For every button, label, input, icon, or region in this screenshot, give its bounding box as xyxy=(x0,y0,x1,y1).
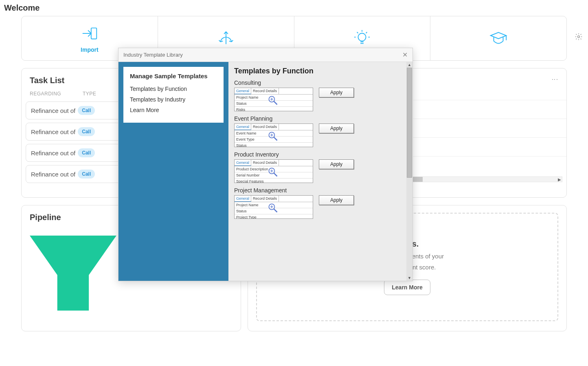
leads-learn-more-button[interactable]: Learn More xyxy=(384,280,430,295)
task-regarding: Refinance out of xyxy=(31,150,75,157)
industry-template-library-modal: Industry Template Library ✕ Manage Sampl… xyxy=(118,48,413,281)
modal-side-title: Manage Sample Templates xyxy=(130,73,217,79)
task-regarding: Refinance out of xyxy=(31,171,75,178)
task-type-chip: Call xyxy=(78,170,95,179)
thumb-tab: General xyxy=(235,160,251,166)
vscroll-down-arrow-icon[interactable]: ▼ xyxy=(406,275,412,281)
modal-titlebar: Industry Template Library ✕ xyxy=(118,48,412,62)
template-category-title: Project Management xyxy=(234,187,405,194)
template-category-title: Product Inventory xyxy=(234,151,405,158)
magnify-icon xyxy=(267,202,279,214)
thumb-field: Project Type xyxy=(235,214,313,219)
hscroll-arrow-right-icon[interactable]: ▶ xyxy=(558,177,561,182)
branch-icon xyxy=(217,29,235,49)
template-category-title: Consulting xyxy=(234,79,405,86)
template-apply-button[interactable]: Apply xyxy=(319,159,354,169)
template-thumbnail[interactable]: GeneralRecord DetailsProject NameStatusP… xyxy=(234,195,313,219)
modal-close-button[interactable]: ✕ xyxy=(402,51,408,59)
settings-gear-button[interactable] xyxy=(575,33,583,42)
thumb-tab: General xyxy=(235,124,251,130)
thumb-tab: Record Details xyxy=(251,160,279,166)
vscroll-up-arrow-icon[interactable]: ▲ xyxy=(406,62,412,68)
magnify-icon xyxy=(267,166,279,179)
template-apply-button[interactable]: Apply xyxy=(319,195,354,205)
modal-title: Industry Template Library xyxy=(123,52,183,58)
modal-side-link[interactable]: Templates by Industry xyxy=(130,94,217,105)
task-list-title: Task List xyxy=(30,76,64,85)
lightbulb-icon xyxy=(353,29,371,49)
template-category-title: Event Planning xyxy=(234,115,405,122)
svg-line-13 xyxy=(274,173,277,176)
pipeline-funnel-chart xyxy=(30,234,116,312)
page-title: Welcome xyxy=(0,0,588,16)
template-thumbnail[interactable]: GeneralRecord DetailsEvent NameEvent Typ… xyxy=(234,123,313,147)
action-learn[interactable] xyxy=(430,16,566,60)
graduation-cap-icon xyxy=(489,29,508,49)
thumb-field: Special Features xyxy=(235,179,313,183)
task-type-chip: Call xyxy=(78,127,95,136)
modal-main-title: Templates by Function xyxy=(234,67,405,75)
magnify-icon xyxy=(267,130,279,143)
template-apply-button[interactable]: Apply xyxy=(319,123,354,133)
task-regarding: Refinance out of xyxy=(31,128,75,135)
thumb-tab: General xyxy=(235,88,251,94)
svg-line-17 xyxy=(274,209,277,212)
thumb-field: Risks xyxy=(235,107,313,111)
modal-side-link[interactable]: Templates by Function xyxy=(130,84,217,94)
gear-icon xyxy=(575,35,583,42)
task-type-chip: Call xyxy=(78,106,95,115)
task-type-chip: Call xyxy=(78,148,95,157)
svg-line-9 xyxy=(274,137,277,141)
template-apply-button[interactable]: Apply xyxy=(319,88,354,97)
thumb-tab: Record Details xyxy=(251,88,279,94)
svg-point-2 xyxy=(578,36,580,38)
svg-line-5 xyxy=(274,101,277,105)
thumb-tab: Record Details xyxy=(251,124,279,130)
thumb-tab: General xyxy=(235,196,251,202)
thumb-field: Status xyxy=(235,143,313,147)
close-icon: ✕ xyxy=(402,51,408,58)
svg-rect-0 xyxy=(91,28,97,39)
task-regarding: Refinance out of xyxy=(31,107,75,114)
opportunity-menu-button[interactable]: ⋮ xyxy=(551,76,559,83)
svg-point-1 xyxy=(358,33,366,41)
import-icon xyxy=(80,24,99,44)
template-thumbnail[interactable]: GeneralRecord DetailsProduct Description… xyxy=(234,159,313,183)
modal-vscrollbar[interactable]: ▲ ▼ xyxy=(406,62,412,281)
modal-side-link[interactable]: Learn More xyxy=(130,105,217,115)
modal-sidebar: Manage Sample Templates Templates by Fun… xyxy=(118,62,228,281)
template-thumbnail[interactable]: GeneralRecord DetailsProject NameStatusR… xyxy=(234,88,313,111)
vscroll-thumb[interactable] xyxy=(407,68,412,178)
svg-marker-3 xyxy=(30,236,116,311)
action-import-label: Import xyxy=(81,46,99,53)
magnify-icon xyxy=(267,95,279,107)
col-regarding: REGARDING xyxy=(30,91,83,97)
thumb-tab: Record Details xyxy=(251,196,279,202)
modal-main: Templates by Function ConsultingGeneralR… xyxy=(228,62,412,281)
